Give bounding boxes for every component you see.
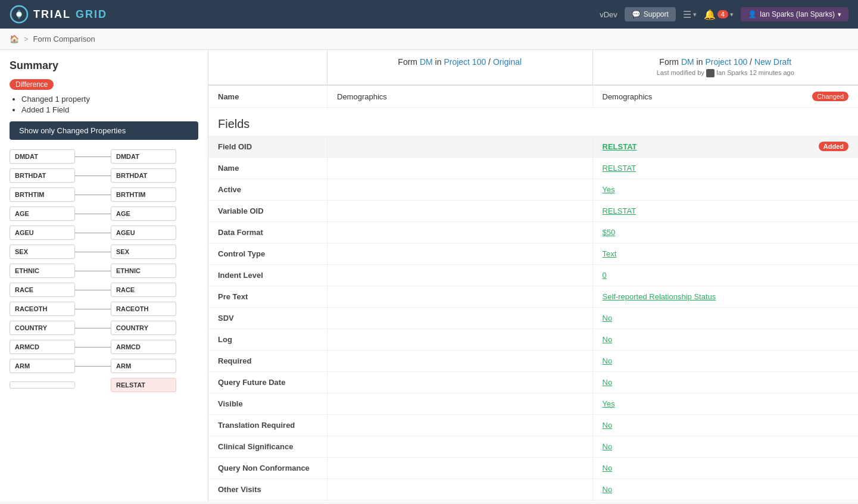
field-left-box[interactable]: SEX — [10, 245, 75, 259]
field-right-box[interactable]: AGEU — [111, 226, 176, 240]
property-new-link[interactable]: Yes — [603, 399, 615, 408]
home-icon[interactable]: 🏠 — [10, 35, 19, 43]
field-oid-link[interactable]: RELSTAT — [603, 142, 637, 151]
property-new-link[interactable]: No — [603, 378, 613, 387]
field-left-box[interactable]: BRTHDAT — [10, 168, 75, 183]
field-right-box[interactable]: SEX — [111, 245, 176, 259]
field-map-row: SEXSEX — [10, 245, 198, 259]
show-changed-button[interactable]: Show only Changed Properties — [10, 121, 198, 140]
user-icon: 👤 — [748, 10, 757, 18]
field-map-row: COUNTRYCOUNTRY — [10, 321, 198, 335]
field-right-box[interactable]: ARMCD — [111, 340, 176, 354]
field-left-box[interactable]: COUNTRY — [10, 321, 75, 335]
property-label: Indent Level — [218, 271, 263, 280]
property-new-link[interactable]: RELSTAT — [603, 206, 637, 215]
field-right-box[interactable]: ETHNIC — [111, 264, 176, 278]
property-new-link[interactable]: Yes — [603, 185, 615, 194]
field-right-box[interactable]: ARM — [111, 359, 176, 373]
property-label-cell: Name — [208, 158, 327, 179]
field-left-box[interactable] — [10, 381, 75, 389]
field-right-box[interactable]: DMDAT — [111, 149, 176, 164]
property-label: Visible — [218, 399, 243, 408]
property-label-cell: Log — [208, 329, 327, 350]
comparison-header: Form DM in Project 100 / Original Form D… — [208, 50, 858, 86]
field-oid-row: Field OID RELSTAT Added — [208, 136, 858, 158]
property-new-link[interactable]: No — [603, 442, 613, 451]
property-new-link[interactable]: No — [603, 356, 613, 365]
property-label: Variable OID — [218, 206, 264, 215]
field-oid-label: Field OID — [208, 136, 327, 157]
fields-section-title: Fields — [208, 108, 858, 136]
property-new-link[interactable]: No — [603, 485, 613, 494]
field-right-box[interactable]: RACE — [111, 283, 176, 297]
property-orig-cell — [327, 265, 593, 286]
field-left-box[interactable]: AGE — [10, 206, 75, 221]
field-right-box[interactable]: BRTHDAT — [111, 168, 176, 183]
field-connector-line — [75, 366, 111, 367]
new-project-link[interactable]: Project 100 — [705, 57, 747, 67]
orig-project-link[interactable]: Project 100 — [444, 57, 486, 67]
property-new-link[interactable]: No — [603, 335, 613, 344]
chat-icon: 💬 — [632, 10, 641, 18]
orig-version-link[interactable]: Original — [493, 57, 522, 67]
property-label-cell: Pre Text — [208, 286, 327, 307]
property-orig-cell — [327, 158, 593, 179]
field-map-row: ETHNICETHNIC — [10, 264, 198, 278]
field-map-row: RACEOTHRACEOTH — [10, 302, 198, 316]
summary-item: Changed 1 property — [21, 95, 198, 104]
menu-button[interactable]: ☰ ▾ — [683, 9, 697, 20]
property-orig-cell — [327, 393, 593, 414]
field-left-box[interactable]: ARMCD — [10, 340, 75, 354]
name-row: Name Demographics Demographics Changed — [208, 86, 858, 108]
user-menu-button[interactable]: 👤 Ian Sparks (Ian Sparks) ▾ — [741, 7, 848, 21]
orig-form-link[interactable]: DM — [420, 57, 433, 67]
property-orig-cell — [327, 479, 593, 500]
brand-logo: TRIALGRID — [10, 5, 107, 24]
field-left-box[interactable]: ARM — [10, 359, 75, 373]
notification-button[interactable]: 🔔 4 ▾ — [704, 9, 734, 20]
property-new-cell: No — [593, 436, 859, 457]
field-right-box[interactable]: BRTHTIM — [111, 187, 176, 202]
field-right-box[interactable]: RELSTAT — [111, 378, 176, 392]
property-label: Translation Required — [218, 421, 295, 430]
field-left-box[interactable]: AGEU — [10, 226, 75, 240]
property-new-link[interactable]: Self-reported Relationship Status — [603, 292, 716, 301]
field-left-box[interactable]: RACE — [10, 283, 75, 297]
property-new-link[interactable]: RELSTAT — [603, 164, 637, 173]
property-label-cell: Required — [208, 350, 327, 371]
property-label-cell: Indent Level — [208, 265, 327, 286]
field-map-row: AGEUAGEU — [10, 226, 198, 240]
sidebar-title: Summary — [10, 60, 198, 72]
property-new-link[interactable]: No — [603, 421, 613, 430]
menu-icon: ☰ — [683, 9, 691, 20]
support-button[interactable]: 💬 Support — [625, 7, 676, 21]
field-right-box[interactable]: RACEOTH — [111, 302, 176, 316]
property-new-link[interactable]: No — [603, 314, 613, 323]
new-form-link[interactable]: DM — [681, 57, 694, 67]
property-new-link[interactable]: Text — [603, 249, 617, 258]
field-left-box[interactable]: RACEOTH — [10, 302, 75, 316]
property-new-cell: Text — [593, 243, 859, 264]
property-label: Query Non Conformance — [218, 464, 310, 472]
field-left-box[interactable]: BRTHTIM — [10, 187, 75, 202]
new-version-link[interactable]: New Draft — [754, 57, 791, 67]
field-left-box[interactable]: DMDAT — [10, 149, 75, 164]
field-map-row: BRTHTIMBRTHTIM — [10, 187, 198, 202]
property-orig-cell — [327, 458, 593, 478]
field-right-box[interactable]: AGE — [111, 206, 176, 221]
property-new-cell: Yes — [593, 179, 859, 200]
property-row: Indent Level0 — [208, 265, 858, 286]
property-new-link[interactable]: 0 — [603, 271, 607, 280]
property-label: Name — [218, 164, 239, 173]
property-orig-cell — [327, 286, 593, 307]
field-left-box[interactable]: ETHNIC — [10, 264, 75, 278]
property-orig-cell — [327, 350, 593, 371]
property-new-cell: No — [593, 500, 859, 502]
property-orig-cell — [327, 179, 593, 200]
property-row: LogNo — [208, 329, 858, 350]
property-new-link[interactable]: No — [603, 464, 613, 472]
property-new-link[interactable]: $50 — [603, 228, 616, 237]
property-label-cell: Query Non Conformance — [208, 458, 327, 478]
field-right-box[interactable]: COUNTRY — [111, 321, 176, 335]
property-label-cell: Translation Required — [208, 415, 327, 436]
